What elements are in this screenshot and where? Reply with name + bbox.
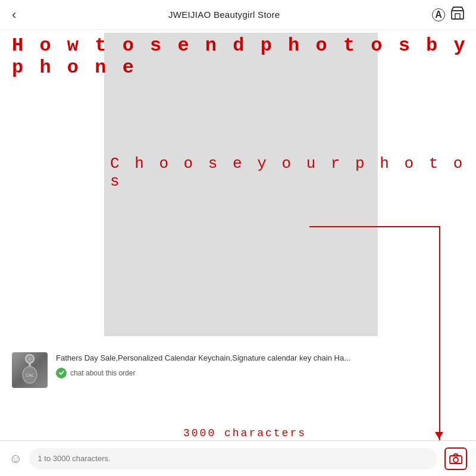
chars-limit-label: 3000 characters — [146, 427, 344, 439]
bottom-bar: ☺ — [0, 440, 476, 476]
back-button[interactable]: ‹ — [12, 8, 16, 21]
translate-icon[interactable]: A — [432, 8, 445, 21]
annotation-arrow — [435, 432, 443, 439]
nav-icons: A — [432, 7, 464, 23]
camera-button[interactable] — [444, 447, 467, 470]
chat-order-label: chat about this order — [70, 369, 135, 377]
svg-point-3 — [28, 357, 32, 361]
svg-point-8 — [453, 458, 458, 462]
instruction-title: H o w t o s e n d p h o t o s b y p h o … — [12, 35, 476, 79]
store-icon[interactable] — [451, 7, 464, 23]
svg-rect-0 — [452, 11, 464, 19]
annotation-line-vertical — [439, 226, 440, 440]
chat-order-row: chat about this order — [56, 368, 464, 378]
svg-text:CAL: CAL — [26, 373, 34, 377]
message-input[interactable] — [29, 448, 437, 469]
top-nav: ‹ JWEIJIAO Beautygirl Store A — [0, 0, 476, 30]
choose-photos-text: C h o o s e y o u r p h o t o s — [110, 155, 476, 190]
check-icon — [56, 368, 67, 378]
annotation-line-horizontal — [309, 226, 440, 227]
product-name: Fathers Day Sale,Personalized Calendar K… — [56, 352, 464, 364]
emoji-button[interactable]: ☺ — [9, 451, 22, 466]
product-thumbnail: CAL — [12, 352, 48, 388]
store-title: JWEIJIAO Beautygirl Store — [168, 10, 280, 20]
product-info: Fathers Day Sale,Personalized Calendar K… — [56, 352, 464, 378]
product-bar: CAL Fathers Day Sale,Personalized Calend… — [0, 345, 476, 395]
svg-rect-1 — [455, 14, 460, 19]
